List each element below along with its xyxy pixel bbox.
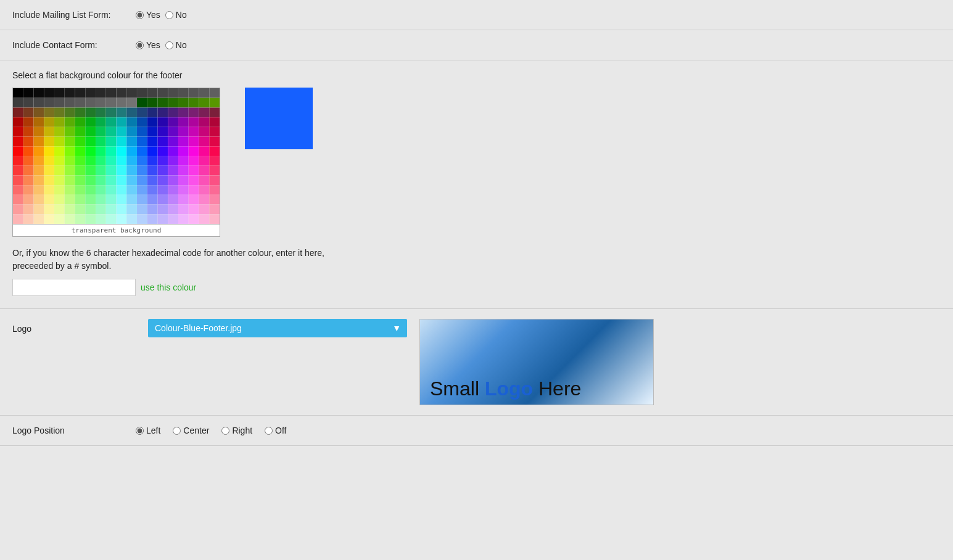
logo-position-center-label[interactable]: Center <box>173 426 209 435</box>
colour-preview <box>245 88 313 149</box>
logo-dropdown[interactable]: Colour-Blue-Footer.jpg None Custom <box>148 319 407 337</box>
contact-form-section: Include Contact Form: Yes No <box>0 30 953 60</box>
logo-preview: Small Logo Here <box>419 319 654 405</box>
use-colour-link[interactable]: use this colour <box>141 282 196 292</box>
hex-row: use this colour <box>12 279 941 296</box>
logo-preview-before: Small <box>430 377 485 400</box>
logo-preview-wrap: Small Logo Here <box>419 319 654 405</box>
mailing-list-yes-text: Yes <box>146 10 160 20</box>
contact-form-no-text: No <box>176 40 187 50</box>
page: Include Mailing List Form: Yes No Includ… <box>0 0 953 560</box>
logo-position-options: Left Center Right Off <box>136 426 287 435</box>
logo-position-off-radio[interactable] <box>265 427 273 435</box>
transparent-label[interactable]: transparent background <box>12 224 220 237</box>
mailing-list-label: Include Mailing List Form: <box>12 10 123 20</box>
contact-form-yes-text: Yes <box>146 40 160 50</box>
hex-desc-line2: preceeded by a # symbol. <box>12 261 111 271</box>
mailing-list-no-radio[interactable] <box>165 11 173 19</box>
contact-form-label: Include Contact Form: <box>12 40 123 50</box>
contact-form-radio-group: Yes No <box>136 40 187 50</box>
logo-preview-logo: Logo <box>485 377 533 400</box>
logo-position-section: Logo Position Left Center Right Off <box>0 416 953 446</box>
contact-form-no-label[interactable]: No <box>165 40 187 50</box>
colour-content: transparent background <box>12 88 941 237</box>
logo-preview-after: Here <box>533 377 581 400</box>
contact-form-yes-label[interactable]: Yes <box>136 40 160 50</box>
footer-colour-title: Select a flat background colour for the … <box>12 70 941 80</box>
mailing-list-no-text: No <box>176 10 187 20</box>
mailing-list-no-label[interactable]: No <box>165 10 187 20</box>
logo-position-label: Logo Position <box>12 426 123 435</box>
logo-section-row: Colour-Blue-Footer.jpg None Custom ▼ Sma… <box>148 319 654 405</box>
hex-desc-line1: Or, if you know the 6 character hexadeci… <box>12 248 324 258</box>
logo-dropdown-wrap: Colour-Blue-Footer.jpg None Custom ▼ <box>148 319 407 337</box>
hex-input[interactable] <box>12 279 136 296</box>
logo-position-center-text: Center <box>183 426 209 435</box>
logo-preview-text: Small Logo Here <box>430 379 581 398</box>
logo-section: Logo Colour-Blue-Footer.jpg None Custom … <box>0 309 953 416</box>
logo-position-right-text: Right <box>232 426 252 435</box>
mailing-list-yes-radio[interactable] <box>136 11 144 19</box>
contact-form-no-radio[interactable] <box>165 41 173 49</box>
mailing-list-section: Include Mailing List Form: Yes No <box>0 0 953 30</box>
logo-position-left-label[interactable]: Left <box>136 426 160 435</box>
mailing-list-yes-label[interactable]: Yes <box>136 10 160 20</box>
logo-position-off-text: Off <box>275 426 286 435</box>
footer-colour-section: Select a flat background colour for the … <box>0 60 953 309</box>
mailing-list-radio-group: Yes No <box>136 10 187 20</box>
logo-position-right-radio[interactable] <box>221 427 229 435</box>
hex-section: Or, if you know the 6 character hexadeci… <box>12 247 941 296</box>
logo-position-center-radio[interactable] <box>173 427 181 435</box>
logo-label: Logo <box>12 319 123 334</box>
colour-picker-wrap: transparent background <box>12 88 220 237</box>
logo-position-left-text: Left <box>146 426 160 435</box>
logo-position-left-radio[interactable] <box>136 427 144 435</box>
contact-form-yes-radio[interactable] <box>136 41 144 49</box>
logo-position-off-label[interactable]: Off <box>265 426 286 435</box>
hex-description: Or, if you know the 6 character hexadeci… <box>12 247 941 273</box>
colour-picker-canvas[interactable] <box>12 88 220 224</box>
logo-position-right-label[interactable]: Right <box>221 426 252 435</box>
